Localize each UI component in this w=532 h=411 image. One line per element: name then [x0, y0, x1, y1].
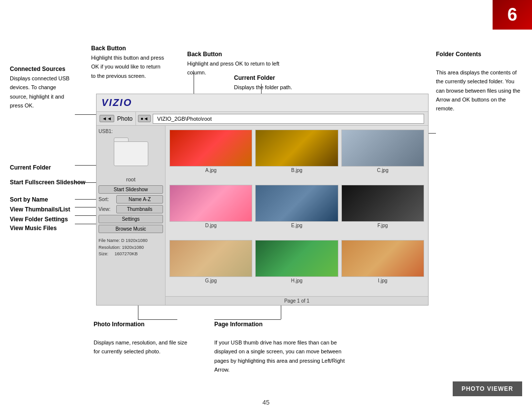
- photo-item-c[interactable]: C.jpg: [341, 130, 424, 182]
- panel-body: USB1: root Start Slideshow Sort: Name A-…: [97, 126, 428, 305]
- nav-section-left: ◄◄ Photo: [97, 112, 136, 125]
- back-button-left-annotation: Back Button Highlight this button and pr…: [91, 43, 165, 80]
- photo-thumb-i: [341, 240, 424, 277]
- photo-item-f[interactable]: F.jpg: [341, 185, 424, 237]
- photo-thumb-g: [169, 240, 252, 277]
- photo-label-i: I.jpg: [378, 278, 387, 283]
- photo-item-a[interactable]: A.jpg: [169, 130, 252, 182]
- photo-label-f: F.jpg: [377, 223, 388, 228]
- photo-thumb-b: [255, 130, 338, 167]
- photo-info-hline: [138, 319, 177, 320]
- back-button-left-title: Back Button: [91, 45, 126, 52]
- photo-label-h: H.jpg: [291, 278, 302, 283]
- photo-item-h[interactable]: H.jpg: [255, 240, 338, 292]
- sort-by-name-label: Sort by Name: [10, 195, 48, 204]
- sort-btn[interactable]: Name A-Z: [116, 195, 163, 204]
- folder-contents-title: Folder Contents: [436, 51, 481, 58]
- folder-body: [114, 141, 148, 166]
- folder-contents-annotation: Folder Contents This area displays the c…: [436, 49, 522, 113]
- photo-thumb-c: [341, 130, 424, 167]
- panel-sidebar: USB1: root Start Slideshow Sort: Name A-…: [97, 126, 166, 305]
- photo-thumb-h: [255, 240, 338, 277]
- page-information-desc: If your USB thumb drive has more files t…: [214, 340, 345, 373]
- vizio-panel: VIZIO ◄◄ Photo ●◄ VIZIO_2GB\Photo\root U…: [96, 94, 429, 306]
- photo-label-d: D.jpg: [205, 223, 216, 228]
- page-info-bar: Page 1 of 1: [166, 296, 428, 305]
- photo-thumb-e: [255, 185, 338, 222]
- sidebar-controls: Start Slideshow Sort: Name A-Z View: Thu…: [99, 185, 163, 258]
- page-information-annotation: Page Information If your USB thumb drive…: [214, 319, 352, 374]
- page-info-text: Page 1 of 1: [284, 298, 309, 304]
- photo-item-b[interactable]: B.jpg: [255, 130, 338, 182]
- size-value: 1607270KB: [115, 251, 138, 256]
- vizio-logo: VIZIO: [101, 97, 132, 108]
- file-info: File Name: D 1920x1080 Resolution: 1920x…: [99, 238, 163, 258]
- current-folder-top-desc: Displays the folder path.: [234, 84, 292, 90]
- folder-contents-desc: This area displays the contents of the c…: [436, 69, 520, 112]
- photo-label-b: B.jpg: [291, 168, 302, 173]
- usb-label: USB1:: [99, 128, 163, 135]
- file-name-value: D 1920x1080: [121, 238, 148, 243]
- connected-sources-desc: Displays connected USB devices. To chang…: [10, 75, 69, 108]
- connected-sources-title: Connected Sources: [10, 66, 66, 72]
- view-label: View:: [99, 206, 114, 212]
- resolution-value: 1920x1080: [122, 245, 144, 250]
- photo-grid: A.jpg B.jpg C.jpg D.jpg E.jpg: [166, 126, 428, 296]
- photo-information-desc: Displays name, resolution, and file size…: [94, 340, 187, 354]
- nav-back-right-btn[interactable]: ●◄: [138, 115, 151, 122]
- photo-label-e: E.jpg: [291, 223, 302, 228]
- photo-viewer-badge: PHOTO VIEWER: [453, 381, 522, 396]
- photo-item-i[interactable]: I.jpg: [341, 240, 424, 292]
- folder-icon-container: [114, 137, 148, 173]
- photo-thumb-a: [169, 130, 252, 167]
- photo-label-a: A.jpg: [205, 168, 217, 173]
- view-row: View: Thumbnails: [99, 205, 163, 213]
- nav-section-right: ●◄ VIZIO_2GB\Photo\root: [136, 112, 428, 126]
- nav-label-photo: Photo: [117, 115, 133, 122]
- photo-grid-container: A.jpg B.jpg C.jpg D.jpg E.jpg: [166, 126, 428, 305]
- page-number-badge: 6: [493, 0, 532, 30]
- vizio-logo-bar: VIZIO: [97, 94, 428, 112]
- view-thumbnails-label: View Thumbnails/List: [10, 205, 70, 214]
- file-name-label: File Name:: [99, 238, 120, 243]
- start-fullscreen-label: Start Fullscreen Slideshow: [10, 177, 85, 187]
- current-folder-top-annotation: Current Folder Displays the folder path.: [234, 73, 323, 91]
- current-folder-top-title: Current Folder: [234, 74, 275, 81]
- photo-thumb-d: [169, 185, 252, 222]
- settings-btn[interactable]: Settings: [99, 215, 163, 223]
- sort-row: Sort: Name A-Z: [99, 195, 163, 204]
- page-number: 45: [263, 399, 269, 406]
- photo-information-annotation: Photo Information Displays name, resolut…: [94, 319, 192, 356]
- resolution-label: Resolution:: [99, 245, 121, 250]
- photo-item-d[interactable]: D.jpg: [169, 185, 252, 237]
- back-button-right-title: Back Button: [187, 51, 222, 58]
- chapter-number: 6: [507, 4, 517, 25]
- sort-label: Sort:: [99, 197, 114, 202]
- view-thumbnails-btn[interactable]: Thumbnails: [116, 205, 163, 213]
- photo-item-g[interactable]: G.jpg: [169, 240, 252, 292]
- current-folder-label: Current Folder: [10, 163, 51, 172]
- connected-sources-annotation: Connected Sources Displays connected USB…: [10, 64, 74, 109]
- photo-viewer-text: PHOTO VIEWER: [462, 385, 513, 392]
- page-information-title: Page Information: [214, 321, 263, 328]
- photo-label-c: C.jpg: [377, 168, 388, 173]
- browse-music-btn[interactable]: Browse Music: [99, 225, 163, 233]
- folder-label: root: [99, 176, 163, 182]
- nav-back-left-btn[interactable]: ◄◄: [100, 115, 114, 122]
- back-button-left-desc: Highlight this button and press OK if yo…: [91, 55, 164, 79]
- photo-label-g: G.jpg: [205, 278, 217, 283]
- page-info-hline: [214, 319, 281, 320]
- start-slideshow-btn[interactable]: Start Slideshow: [99, 185, 163, 194]
- view-folder-settings-label: View Folder Settings: [10, 214, 68, 224]
- photo-information-title: Photo Information: [94, 321, 144, 328]
- photo-thumb-f: [341, 185, 424, 222]
- nav-path: VIZIO_2GB\Photo\root: [153, 114, 424, 124]
- view-music-files-label: View Music Files: [10, 223, 57, 233]
- size-label: Size:: [99, 251, 108, 256]
- photo-item-e[interactable]: E.jpg: [255, 185, 338, 237]
- nav-bar: ◄◄ Photo ●◄ VIZIO_2GB\Photo\root: [97, 112, 428, 126]
